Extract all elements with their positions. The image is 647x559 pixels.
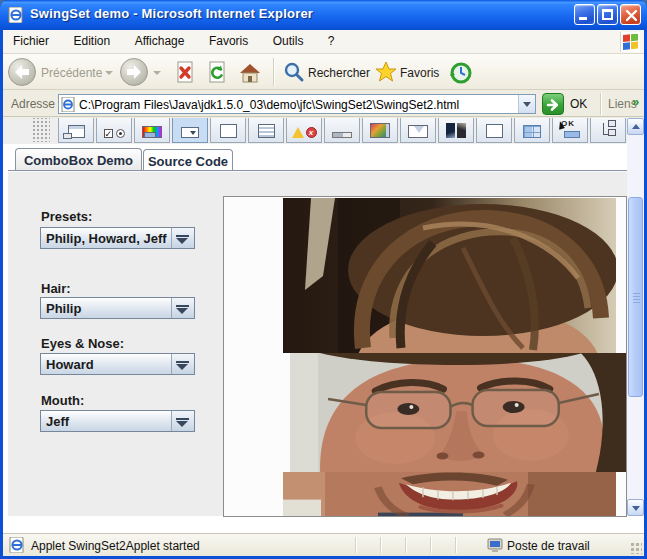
maximize-button[interactable] — [597, 4, 618, 25]
chevron-down-icon — [523, 102, 531, 107]
tree-icon — [599, 122, 617, 138]
table-button[interactable] — [514, 118, 550, 143]
split-pane-button[interactable] — [400, 118, 436, 143]
option-pane-icon: x — [292, 127, 317, 138]
hair-combobox[interactable]: Philip — [40, 297, 195, 319]
titlebar[interactable]: SwingSet demo - Microsoft Internet Explo… — [0, 0, 647, 30]
ie-toolbar: Précédente Rechercher Favoris — [3, 54, 644, 90]
history-button[interactable] — [449, 61, 473, 89]
forward-dropdown-icon[interactable] — [153, 71, 161, 75]
stop-icon — [174, 61, 198, 85]
menu-affichage[interactable]: Affichage — [125, 30, 195, 54]
favorites-star-icon — [375, 61, 397, 83]
checkbox-icon: ✓ — [104, 129, 113, 138]
menubar: Fichier Edition Affichage Favoris Outils… — [3, 30, 644, 54]
statusbar-separator — [455, 537, 456, 553]
internal-frame-icon — [68, 125, 85, 138]
window-title: SwingSet demo - Microsoft Internet Explo… — [30, 6, 313, 21]
tool-tip-button[interactable]: OK — [552, 118, 588, 143]
forward-button[interactable] — [120, 58, 148, 86]
resize-grip[interactable] — [629, 541, 642, 554]
eyes-nose-value: Howard — [41, 354, 171, 374]
back-icon — [13, 64, 31, 80]
address-dropdown-button[interactable] — [518, 95, 535, 113]
text-pane-icon — [486, 124, 503, 138]
security-zone-text: Poste de travail — [507, 539, 590, 553]
combobox-button[interactable] — [172, 118, 208, 143]
list-button[interactable] — [248, 118, 284, 143]
chevron-up-icon — [632, 124, 640, 129]
close-icon — [624, 8, 639, 23]
vertical-scrollbar[interactable] — [627, 118, 644, 516]
applet-status-text: Applet SwingSet2Applet started — [31, 539, 200, 553]
minimize-button[interactable] — [574, 4, 595, 25]
browser-window: SwingSet demo - Microsoft Internet Explo… — [0, 0, 647, 559]
links-chevron[interactable]: » — [632, 94, 639, 109]
search-button[interactable] — [283, 61, 305, 87]
address-input[interactable] — [79, 95, 517, 113]
page-content: ✓ x OK ComboBox Demo Source Code — [3, 118, 644, 535]
stop-button[interactable] — [174, 61, 198, 89]
hair-label: Hair: — [41, 281, 71, 296]
button-demo-button[interactable]: ✓ — [96, 118, 132, 143]
search-icon — [283, 61, 305, 83]
back-dropdown-icon[interactable] — [105, 71, 113, 75]
window-body: Fichier Edition Affichage Favoris Outils… — [3, 30, 644, 556]
statusbar-separator — [405, 537, 406, 553]
home-button[interactable] — [238, 61, 262, 89]
scroll-pane-button[interactable] — [362, 118, 398, 143]
combo-arrow-icon[interactable] — [171, 298, 194, 318]
text-pane-button[interactable] — [476, 118, 512, 143]
mouth-image — [283, 472, 616, 517]
slider-button[interactable] — [324, 118, 360, 143]
forward-icon — [125, 64, 143, 80]
internet-explorer-icon — [8, 7, 24, 23]
search-label[interactable]: Rechercher — [308, 66, 370, 80]
tab-source-code[interactable]: Source Code — [143, 149, 233, 170]
mouth-combobox[interactable]: Jeff — [40, 410, 195, 432]
combo-arrow-icon[interactable] — [171, 411, 194, 431]
tree-button[interactable] — [590, 118, 626, 143]
table-icon — [523, 125, 541, 138]
favorites-label[interactable]: Favoris — [400, 66, 439, 80]
refresh-button[interactable] — [206, 61, 230, 89]
option-pane-button[interactable]: x — [286, 118, 322, 143]
back-button[interactable] — [8, 58, 36, 86]
scroll-down-button[interactable] — [627, 499, 644, 516]
internal-frame-button[interactable] — [58, 118, 94, 143]
home-icon — [238, 61, 262, 85]
menu-outils[interactable]: Outils — [263, 30, 314, 54]
combobox-demo-panel: Presets: Philip, Howard, Jeff Hair: Phil… — [8, 170, 627, 516]
presets-value: Philip, Howard, Jeff — [41, 228, 171, 248]
go-arrow-icon — [546, 97, 562, 113]
go-label[interactable]: OK — [570, 97, 587, 111]
back-label[interactable]: Précédente — [41, 66, 102, 80]
presets-label: Presets: — [41, 209, 92, 224]
close-button[interactable] — [620, 4, 641, 25]
scroll-up-button[interactable] — [627, 118, 644, 135]
go-button[interactable] — [542, 93, 564, 115]
tabbed-pane-button[interactable] — [438, 118, 474, 143]
hair-value: Philip — [41, 298, 171, 318]
split-pane-icon — [408, 125, 428, 138]
toolbar-grip[interactable] — [32, 118, 50, 142]
menu-aide[interactable]: ? — [318, 30, 345, 54]
color-chooser-button[interactable] — [134, 118, 170, 143]
favorites-button[interactable] — [375, 61, 397, 87]
presets-combobox[interactable]: Philip, Howard, Jeff — [40, 227, 195, 249]
combo-arrow-icon[interactable] — [171, 354, 194, 374]
menu-favoris[interactable]: Favoris — [199, 30, 258, 54]
hair-image — [283, 198, 616, 353]
address-box[interactable] — [58, 94, 536, 114]
vertical-scrollbar-thumb[interactable] — [628, 197, 643, 397]
file-chooser-button[interactable] — [210, 118, 246, 143]
address-bar: Adresse OK Liens » — [3, 91, 644, 117]
combo-arrow-icon[interactable] — [171, 228, 194, 248]
menu-edition[interactable]: Edition — [63, 30, 120, 54]
maximize-icon — [602, 9, 613, 20]
list-icon — [258, 124, 275, 138]
eyes-nose-combobox[interactable]: Howard — [40, 353, 195, 375]
address-separator — [600, 93, 601, 115]
tab-combobox-demo[interactable]: ComboBox Demo — [15, 148, 142, 170]
menu-fichier[interactable]: Fichier — [3, 30, 59, 54]
